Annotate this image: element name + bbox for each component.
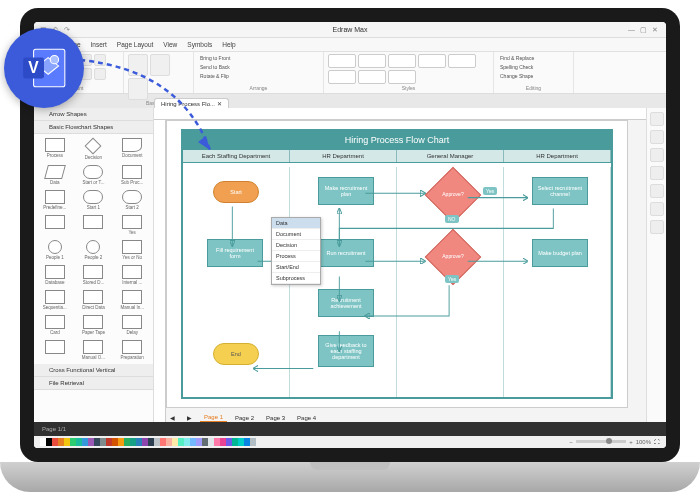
label-yes: Yes: [445, 275, 459, 283]
node-make-plan[interactable]: Make recruitment plan: [318, 177, 374, 205]
window-controls[interactable]: —▢✕: [628, 26, 660, 34]
shape-stencil[interactable]: Delay: [113, 313, 151, 337]
node-select-channel[interactable]: Select recruitment channel: [532, 177, 588, 205]
shape-stencil[interactable]: Stored D...: [75, 263, 113, 287]
text-tool[interactable]: [150, 54, 170, 76]
node-end[interactable]: End: [213, 343, 259, 365]
shape-stencil[interactable]: Direct Data: [75, 288, 113, 312]
menu-view[interactable]: View: [163, 41, 177, 48]
menu-help[interactable]: Help: [222, 41, 235, 48]
shape-stencil[interactable]: [36, 338, 74, 362]
zoom-controls[interactable]: − + 100% ⛶: [570, 439, 660, 445]
ruler-horizontal: [154, 108, 646, 120]
node-feedback[interactable]: Give feedback to each staffing departmen…: [318, 335, 374, 367]
menu-symbols[interactable]: Symbols: [187, 41, 212, 48]
ctx-item[interactable]: Process: [272, 251, 320, 262]
node-budget[interactable]: Make budget plan: [532, 239, 588, 267]
rtool-icon[interactable]: [650, 112, 664, 126]
panel-cross-functional[interactable]: Cross Functional Vertical: [34, 364, 153, 377]
shape-stencil[interactable]: Sub Proc...: [113, 163, 151, 187]
shape-stencil[interactable]: People 2: [75, 238, 113, 262]
shape-stencil[interactable]: Document: [113, 136, 151, 162]
shape-stencil[interactable]: Yes or No: [113, 238, 151, 262]
find-replace[interactable]: Find & Replace: [498, 54, 536, 62]
shape-stencil[interactable]: Database: [36, 263, 74, 287]
footer-bar: Page 1/1: [34, 422, 666, 436]
panel-basic-flowchart[interactable]: Basic Flowchart Shapes: [34, 121, 153, 134]
laptop-base: [0, 462, 700, 492]
shape-stencil[interactable]: Data: [36, 163, 74, 187]
minimize-icon[interactable]: —: [628, 26, 636, 34]
panel-arrow-shapes[interactable]: Arrow Shapes: [34, 108, 153, 121]
ctx-item[interactable]: Document: [272, 229, 320, 240]
shape-stencil[interactable]: Manual In...: [113, 288, 151, 312]
shape-stencil[interactable]: Start or T...: [75, 163, 113, 187]
svg-text:V: V: [28, 59, 39, 76]
shape-stencil[interactable]: Sequentia...: [36, 288, 74, 312]
ctx-item[interactable]: Decision: [272, 240, 320, 251]
page-tab[interactable]: Page 2: [231, 414, 258, 422]
panel-file-retrieval[interactable]: File Retrieval: [34, 377, 153, 390]
page-tab[interactable]: Page 4: [293, 414, 320, 422]
ctx-item[interactable]: Data: [272, 218, 320, 229]
node-run[interactable]: Run recruitment: [318, 239, 374, 267]
ribbon-editing-label: Editing: [498, 85, 569, 91]
color-palette[interactable]: [40, 438, 256, 446]
lane-header: Each Staffing Department: [183, 150, 290, 162]
shape-stencil[interactable]: Internal ...: [113, 263, 151, 287]
close-icon[interactable]: ✕: [652, 26, 660, 34]
shape-stencil[interactable]: Manual O...: [75, 338, 113, 362]
ctx-item[interactable]: Start/End: [272, 262, 320, 273]
zoom-in-icon[interactable]: +: [629, 439, 633, 445]
node-start[interactable]: Start: [213, 181, 259, 203]
zoom-slider[interactable]: [576, 440, 626, 443]
chart-title: Hiring Process Flow Chart: [183, 131, 611, 149]
app-title: Edraw Max: [332, 26, 367, 33]
menu-pagelayout[interactable]: Page Layout: [117, 41, 154, 48]
ruler-vertical: [154, 120, 166, 422]
node-achieve[interactable]: Recruitment achievement: [318, 289, 374, 317]
menu-bar[interactable]: File Home Insert Page Layout View Symbol…: [34, 38, 666, 52]
ctx-item[interactable]: Subprocess: [272, 273, 320, 284]
send-back[interactable]: Send to Back: [198, 63, 232, 71]
shape-stencil[interactable]: Process: [36, 136, 74, 162]
zoom-out-icon[interactable]: −: [570, 439, 574, 445]
doc-tab[interactable]: Hiring Process Flo... ✕: [154, 98, 229, 108]
label-yes: Yes: [483, 187, 497, 195]
shape-stencil[interactable]: Decision: [75, 136, 113, 162]
style-preset[interactable]: [328, 54, 356, 68]
status-bar: − + 100% ⛶: [34, 434, 666, 448]
zoom-value: 100%: [636, 439, 651, 445]
window-titlebar: ◧↶↷ Edraw Max —▢✕: [34, 22, 666, 38]
canvas[interactable]: Hiring Process Flow Chart Each Staffing …: [166, 120, 628, 408]
maximize-icon[interactable]: ▢: [640, 26, 648, 34]
page-tab[interactable]: Page 1: [200, 413, 227, 422]
node-fill-form[interactable]: Fill requirement form: [207, 239, 263, 267]
connector-tool[interactable]: [128, 78, 148, 100]
rotate-flip[interactable]: Rotate & Flip: [198, 72, 231, 80]
shape-stencil[interactable]: Predefine...: [36, 188, 74, 212]
change-shape[interactable]: Change Shape: [498, 72, 535, 80]
menu-insert[interactable]: Insert: [91, 41, 107, 48]
shape-stencil[interactable]: Start 2: [113, 188, 151, 212]
shape-stencil[interactable]: Preparation: [113, 338, 151, 362]
shape-stencil[interactable]: [36, 213, 74, 237]
shape-stencil[interactable]: People 1: [36, 238, 74, 262]
shape-stencil[interactable]: Card: [36, 313, 74, 337]
shape-stencil[interactable]: [75, 213, 113, 237]
lane-header: General Manager: [397, 150, 504, 162]
spell-check[interactable]: Spelling Check: [498, 63, 535, 71]
bring-front[interactable]: Bring to Front: [198, 54, 232, 62]
ribbon-arrange-label: Arrange: [198, 85, 319, 91]
shape-stencil[interactable]: Start 1: [75, 188, 113, 212]
page-tabs[interactable]: ◀▶ Page 1 Page 2 Page 3 Page 4: [166, 413, 320, 422]
shape-stencil[interactable]: Paper Tape: [75, 313, 113, 337]
ribbon-styles-label: Styles: [328, 85, 489, 91]
select-tool[interactable]: [128, 54, 148, 76]
page-tab[interactable]: Page 3: [262, 414, 289, 422]
palette-color[interactable]: [250, 438, 256, 446]
context-menu[interactable]: Data Document Decision Process Start/End…: [271, 217, 321, 285]
shape-stencil[interactable]: Yes: [113, 213, 151, 237]
canvas-area: Hiring Process Flow Chart Each Staffing …: [154, 108, 646, 422]
app-window: ◧↶↷ Edraw Max —▢✕ File Home Insert Page …: [34, 22, 666, 448]
